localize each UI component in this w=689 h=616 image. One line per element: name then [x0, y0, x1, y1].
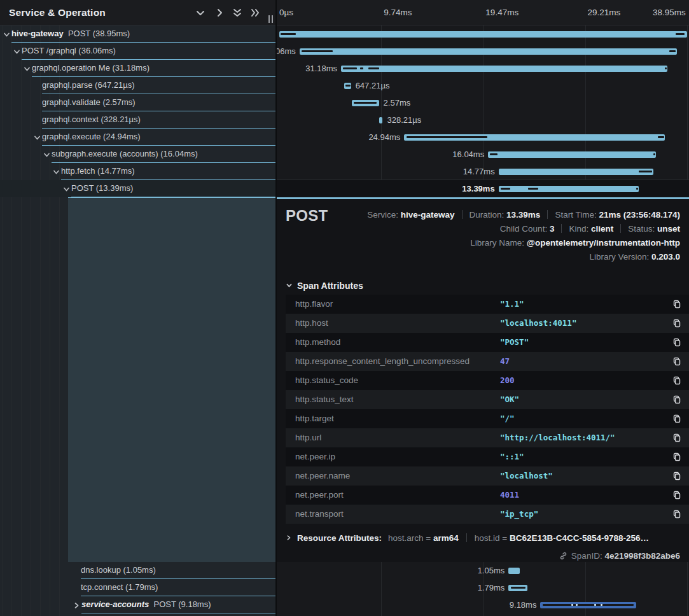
link-icon[interactable]	[559, 552, 567, 560]
meta-field: Start Time: 21ms (23:56:48.174)	[555, 210, 680, 220]
span-name-label: graphql.execute (24.94ms)	[42, 129, 141, 145]
attribute-row: http.status_code200	[286, 371, 689, 390]
span-tree-row[interactable]: graphql.execute (24.94ms)	[0, 129, 275, 146]
chevron-down-icon[interactable]	[34, 134, 41, 141]
span-tree-row[interactable]: graphql.operation Me (31.18ms)	[0, 60, 275, 77]
attribute-row: http.method"POST"	[286, 333, 689, 352]
span-duration-bar[interactable]	[508, 568, 519, 574]
attribute-key: http.status_code	[295, 371, 358, 390]
copy-icon[interactable]	[672, 491, 681, 500]
resource-attributes-row[interactable]: Resource Attributes:host.arch = arm64hos…	[286, 533, 649, 543]
span-tree-row[interactable]: graphql.parse (647.21µs)	[0, 77, 275, 94]
service-name: service-accounts	[81, 599, 149, 609]
span-meta-line: Library Name: @opentelemetry/instrumenta…	[470, 238, 680, 248]
span-duration-bar[interactable]	[499, 169, 653, 175]
span-duration-bar[interactable]	[300, 48, 677, 55]
timeline-tick-label: 9.74ms	[384, 0, 412, 25]
span-duration-label: 647.21µs	[356, 77, 390, 94]
child-span-mark	[345, 85, 351, 87]
tree-header: Service & Operation	[0, 0, 275, 25]
child-span-mark	[368, 67, 379, 69]
attribute-row: net.peer.name"localhost"	[286, 466, 689, 486]
attribute-key: net.peer.ip	[295, 447, 335, 466]
child-span-mark	[658, 136, 665, 138]
timeline-tick-label: 0µs	[279, 0, 293, 25]
span-name-label: subgraph.execute (accounts) (16.04ms)	[52, 146, 198, 162]
timeline-rows-bottom: 1.05ms1.79ms9.18ms	[277, 562, 689, 616]
span-tree-row[interactable]: tcp.connect (1.79ms)	[0, 579, 275, 596]
chevron-down-icon[interactable]	[43, 151, 50, 158]
chevron-right-icon[interactable]	[214, 7, 225, 18]
resource-attribute-pair: host.id = BC62E13B-C4CC-5854-9788-256…	[475, 533, 649, 543]
child-span-mark	[490, 153, 498, 155]
timeline-tick-label: 29.21ms	[588, 0, 621, 25]
attribute-key: net.peer.port	[295, 486, 344, 505]
span-name-label: graphql.context (328.21µs)	[42, 111, 141, 128]
column-resize-handle[interactable]	[268, 15, 274, 23]
copy-icon[interactable]	[672, 319, 681, 328]
resource-attribute-pair: host.arch = arm64	[388, 533, 459, 543]
service-name: hive-gateway	[11, 29, 64, 38]
attribute-row: http.target"/"	[286, 409, 689, 428]
chevron-down-icon[interactable]	[63, 185, 70, 192]
copy-icon[interactable]	[672, 472, 681, 480]
selected-span-detail-spacer	[68, 197, 275, 562]
chevron-down-icon[interactable]	[13, 48, 20, 55]
double-chevron-right-icon[interactable]	[249, 7, 261, 18]
attribute-value: "localhost"	[500, 466, 553, 486]
child-span-mark	[639, 171, 652, 172]
copy-icon[interactable]	[672, 510, 681, 519]
span-tree-row[interactable]: POST (13.39ms)	[0, 180, 275, 197]
attribute-value: "::1"	[500, 447, 524, 466]
span-duration-bar[interactable]	[279, 31, 687, 38]
chevron-down-icon[interactable]	[195, 7, 206, 18]
span-duration-bar[interactable]	[379, 117, 382, 123]
span-tree-row[interactable]: graphql.context (328.21µs)	[0, 111, 275, 129]
attribute-key: http.host	[295, 314, 328, 333]
copy-icon[interactable]	[672, 300, 681, 309]
copy-icon[interactable]	[672, 395, 681, 404]
span-duration-bar[interactable]	[488, 151, 656, 158]
attribute-key: http.status_text	[295, 390, 354, 409]
chevron-right-icon[interactable]	[73, 601, 80, 608]
span-attributes-header[interactable]: Span Attributes	[286, 281, 363, 291]
span-detail-panel: POST Service: hive-gatewayDuration: 13.3…	[277, 197, 689, 562]
copy-icon[interactable]	[672, 414, 681, 423]
span-duration-bar[interactable]	[499, 186, 639, 192]
span-duration-label: 9.18ms	[510, 596, 537, 613]
child-span-mark	[543, 604, 634, 606]
copy-icon[interactable]	[672, 357, 681, 366]
attribute-row: http.url"http://localhost:4011/"	[286, 428, 689, 447]
attribute-row: http.response_content_length_uncompresse…	[286, 352, 689, 371]
span-duration-bar[interactable]	[341, 66, 667, 72]
span-attributes-table: http.flavor"1.1"http.host"localhost:4011…	[286, 295, 689, 524]
span-meta-line: Service: hive-gatewayDuration: 13.39msSt…	[367, 210, 680, 220]
span-tree-row[interactable]: http.fetch (14.77ms)	[0, 163, 275, 180]
copy-icon[interactable]	[672, 376, 681, 385]
span-name-label: tcp.connect (1.79ms)	[81, 579, 158, 596]
child-span-mark	[302, 50, 333, 52]
chevron-down-icon[interactable]	[3, 31, 10, 38]
span-tree-row[interactable]: hive-gateway POST (38.95ms)	[0, 25, 275, 43]
span-tree-row[interactable]: graphql.validate (2.57ms)	[0, 94, 275, 111]
meta-field: Library Version: 0.203.0	[589, 252, 680, 262]
child-span-mark	[511, 587, 525, 589]
meta-field: Kind: client	[569, 224, 613, 234]
span-tree-row[interactable]: subgraph.execute (accounts) (16.04ms)	[0, 146, 275, 163]
timeline-tick-label: 19.47ms	[485, 0, 518, 25]
timeline-tick-label: 38.95ms	[653, 0, 686, 25]
span-tree-row[interactable]: service-accounts POST (9.18ms)	[0, 596, 275, 613]
span-tree-rows-bottom: dns.lookup (1.05ms)tcp.connect (1.79ms)s…	[0, 562, 275, 616]
copy-icon[interactable]	[672, 433, 681, 442]
copy-icon[interactable]	[672, 338, 681, 347]
copy-icon[interactable]	[672, 452, 681, 461]
span-duration-label: 1.05ms	[478, 562, 505, 579]
span-tree-row[interactable]: dns.lookup (1.05ms)	[0, 562, 275, 579]
double-chevron-down-icon[interactable]	[232, 7, 243, 18]
span-tree-row[interactable]: POST /graphql (36.06ms)	[0, 43, 275, 60]
span-duration-label: 24.94ms	[368, 129, 400, 146]
chevron-down-icon[interactable]	[24, 65, 31, 72]
chevron-down-icon[interactable]	[53, 168, 60, 175]
attribute-row: http.host"localhost:4011"	[286, 314, 689, 333]
timeline-header: 0µs9.74ms19.47ms29.21ms38.95ms	[277, 0, 689, 25]
